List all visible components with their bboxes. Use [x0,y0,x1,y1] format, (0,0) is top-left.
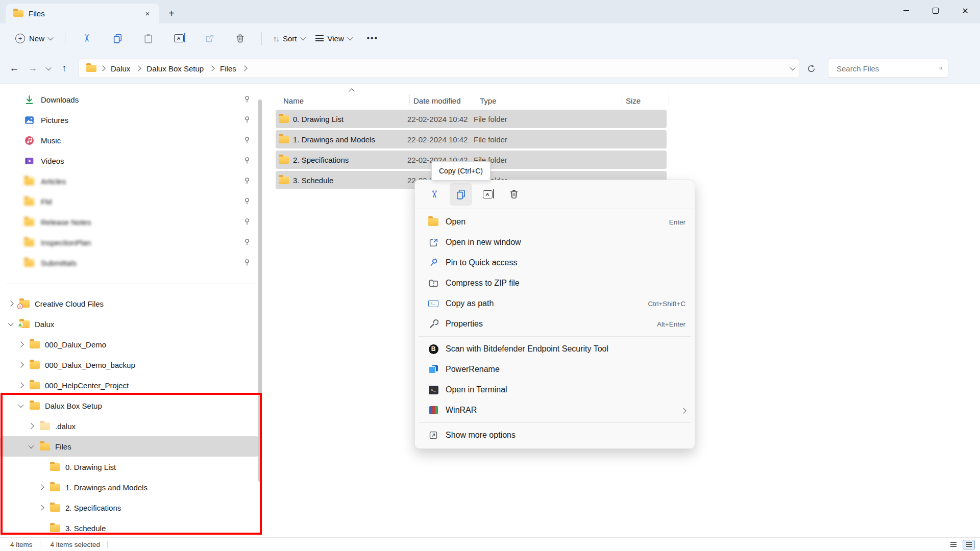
tree-item-000-dalux-demo[interactable]: 000_Dalux_Demo [0,334,258,355]
paste-button[interactable] [136,28,160,48]
tree-item-label: Dalux [35,320,54,329]
pin-icon[interactable] [243,95,251,104]
view-button[interactable]: View [310,28,357,48]
navigation-sidebar: Downloads Pictures Music [0,84,265,537]
column-header-name[interactable]: Name [283,96,304,105]
menu-item-scan-with-bitdefender[interactable]: Scan with Bitdefender Endpoint Security … [415,339,695,359]
breadcrumb-item-files[interactable]: Files [218,64,238,73]
new-button[interactable]: + New [9,28,59,48]
sort-button[interactable]: ↑↓ Sort [268,28,310,48]
column-header-size[interactable]: Size [626,96,641,105]
sidebar-item-inspectionplan[interactable]: InspectionPlan [0,232,258,253]
menu-item-powerrename[interactable]: PowerRename [415,359,695,380]
breadcrumb-item-dalux-box-setup[interactable]: Dalux Box Setup [144,64,206,73]
maximize-button[interactable] [921,0,950,21]
tree-item-000-helpcenter-project[interactable]: 000_HelpCenter_Project [0,375,258,395]
search-box[interactable] [828,59,948,78]
tree-item-creative-cloud-files[interactable]: ∞ Creative Cloud Files [0,293,258,314]
close-button[interactable]: ✕ [950,0,980,21]
menu-item-show-more-options[interactable]: Show more options [415,425,695,445]
menu-item-shortcut: Alt+Enter [657,320,685,328]
collapse-icon[interactable] [8,320,13,326]
tree-item-label: 000_Dalux_Demo [45,340,106,349]
menu-item-winrar[interactable]: WinRAR [415,400,695,420]
tab-files[interactable]: Files × [6,4,159,23]
rename-button[interactable] [166,28,191,48]
refresh-button[interactable] [801,59,821,78]
sidebar-item-articles[interactable]: Articles [0,171,258,191]
column-divider[interactable] [669,94,669,106]
folder-icon [23,237,35,247]
copy-button[interactable] [105,28,130,48]
tree-item-dalux[interactable]: Dalux [0,314,258,334]
sidebar-item-videos[interactable]: Videos [0,151,258,171]
menu-item-label: Scan with Bitdefender Endpoint Security … [446,344,685,354]
context-menu-items: Open Enter Open in new window Pin to Qui… [415,209,695,445]
pin-icon[interactable] [243,116,251,124]
tab-close-icon[interactable]: × [141,7,154,20]
column-divider[interactable] [622,94,622,106]
copy-button[interactable] [450,183,472,206]
cut-button[interactable]: ✂ [423,183,446,206]
videos-icon [23,156,35,166]
minimize-button[interactable] [891,0,921,21]
column-header-type[interactable]: Type [480,96,497,105]
menu-item-open[interactable]: Open Enter [415,212,695,232]
pin-icon[interactable] [243,157,251,165]
up-button[interactable]: ↑ [55,59,74,78]
menu-item-open-in-terminal[interactable]: Open in Terminal [415,380,695,400]
column-divider[interactable] [476,94,476,106]
search-input[interactable] [836,64,939,73]
menu-item-properties[interactable]: Properties Alt+Enter [415,314,695,334]
menu-item-compress-to-zip[interactable]: Compress to ZIP file [415,273,695,293]
menu-item-label: Compress to ZIP file [446,279,685,288]
column-divider[interactable] [409,94,410,106]
sidebar-item-submittals[interactable]: Submittals [0,253,258,273]
share-button[interactable] [197,28,222,48]
delete-button[interactable] [503,183,525,206]
pin-icon[interactable] [243,259,251,267]
sidebar-item-fm[interactable]: FM [0,191,258,212]
file-row-0-drawing-list[interactable]: 0. Drawing List 22-02-2024 10:42 File fo… [276,110,667,128]
pin-icon[interactable] [243,197,251,206]
address-dropdown-icon[interactable] [790,65,795,70]
new-button-label: New [29,34,44,43]
folder-icon [30,361,40,369]
back-button[interactable]: ← [5,59,23,78]
pin-icon[interactable] [243,136,251,144]
menu-item-open-in-new-window[interactable]: Open in new window [415,232,695,253]
menu-item-copy-as-path[interactable]: Copy as path Ctrl+Shift+C [415,293,695,314]
refresh-icon [807,64,816,73]
expand-icon[interactable] [8,300,13,306]
tree-item-000-dalux-demo-backup[interactable]: 000_Dalux_Demo_backup [0,355,258,375]
cut-button[interactable]: ✂ [75,28,99,48]
pin-icon[interactable] [243,238,251,246]
sidebar-item-music[interactable]: Music [0,130,258,151]
rename-button[interactable] [476,183,499,206]
new-tab-button[interactable]: + [162,4,181,22]
expand-icon[interactable] [18,341,23,347]
ellipsis-icon: ••• [366,34,378,43]
menu-item-pin-to-quick-access[interactable]: Pin to Quick access [415,253,695,273]
expand-icon[interactable] [18,382,23,388]
file-row-1-drawings-and-models[interactable]: 1. Drawings and Models 22-02-2024 10:42 … [276,130,667,148]
column-header-date-modified[interactable]: Date modified [413,96,461,105]
breadcrumb-item-dalux[interactable]: Dalux [109,64,132,73]
menu-item-label: Open in new window [446,238,685,247]
cut-icon: ✂ [81,34,93,43]
list-view-button[interactable] [947,540,960,549]
toolbar-separator [261,32,262,45]
pin-icon[interactable] [243,177,251,185]
pin-icon[interactable] [243,218,251,226]
sidebar-item-downloads[interactable]: Downloads [0,89,258,110]
more-options-button[interactable]: ••• [360,28,385,48]
details-view-button[interactable] [963,540,975,549]
recent-locations-button[interactable] [42,59,55,78]
forward-button[interactable]: → [23,59,42,78]
delete-button[interactable] [228,28,252,48]
expand-icon[interactable] [18,362,23,367]
sidebar-item-release-notes[interactable]: Release Notes [0,212,258,232]
sidebar-item-pictures[interactable]: Pictures [0,110,258,130]
breadcrumb[interactable]: Dalux Dalux Box Setup Files [79,59,799,78]
file-date: 22-02-2024 10:42 [407,115,474,123]
